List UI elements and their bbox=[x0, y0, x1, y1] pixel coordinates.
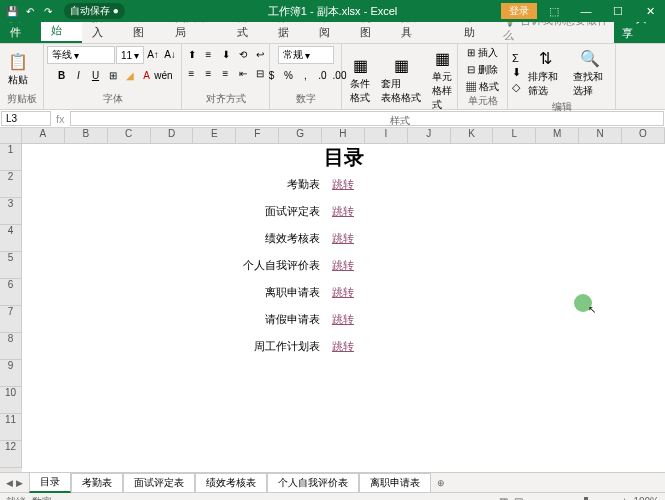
col-header[interactable]: G bbox=[279, 128, 322, 143]
align-bottom-icon[interactable]: ⬇ bbox=[218, 46, 234, 62]
col-header[interactable]: A bbox=[22, 128, 65, 143]
clear-icon[interactable]: ◇ bbox=[512, 81, 521, 94]
ribbon-options-icon[interactable]: ⬚ bbox=[539, 0, 569, 22]
border-icon[interactable]: ⊞ bbox=[105, 67, 121, 83]
row-header[interactable]: 2 bbox=[0, 171, 22, 198]
sheet-tab[interactable]: 目录 bbox=[29, 472, 71, 493]
wrap-text-icon[interactable]: ↩ bbox=[252, 46, 268, 62]
row-header[interactable]: 8 bbox=[0, 333, 22, 360]
zoom-out-icon[interactable]: − bbox=[544, 496, 550, 500]
new-sheet-icon[interactable]: ⊕ bbox=[431, 478, 451, 488]
toc-item-link[interactable]: 跳转 bbox=[332, 177, 382, 192]
maximize-icon[interactable]: ☐ bbox=[603, 0, 633, 22]
font-name[interactable]: 等线 ▾ bbox=[47, 46, 115, 64]
view-break-icon[interactable]: ▭ bbox=[529, 496, 538, 500]
col-header[interactable]: H bbox=[322, 128, 365, 143]
toc-item-link[interactable]: 跳转 bbox=[332, 312, 382, 327]
col-header[interactable]: O bbox=[622, 128, 665, 143]
row-header[interactable]: 11 bbox=[0, 414, 22, 441]
fill-icon[interactable]: ⬇ bbox=[512, 66, 521, 79]
percent-icon[interactable]: % bbox=[281, 67, 297, 83]
row-headers: 1 2 3 4 5 6 7 8 9 10 11 12 bbox=[0, 144, 22, 472]
inc-decimal-icon[interactable]: .0 bbox=[315, 67, 331, 83]
autosave-toggle[interactable]: 自动保存 ● bbox=[64, 3, 125, 19]
worksheet-grid[interactable]: 1 2 3 4 5 6 7 8 9 10 11 12 目录 考勤表跳转 面试评定… bbox=[0, 144, 665, 472]
row-header[interactable]: 5 bbox=[0, 252, 22, 279]
col-header[interactable]: D bbox=[151, 128, 194, 143]
row-header[interactable]: 3 bbox=[0, 198, 22, 225]
col-header[interactable]: E bbox=[193, 128, 236, 143]
align-top-icon[interactable]: ⬆ bbox=[184, 46, 200, 62]
toc-item-link[interactable]: 跳转 bbox=[332, 258, 382, 273]
autosum-icon[interactable]: Σ bbox=[512, 52, 521, 64]
row-header[interactable]: 12 bbox=[0, 441, 22, 468]
minimize-icon[interactable]: — bbox=[571, 0, 601, 22]
orientation-icon[interactable]: ⟲ bbox=[235, 46, 251, 62]
row-header[interactable]: 1 bbox=[0, 144, 22, 171]
sheet-nav[interactable]: ◀ ▶ bbox=[0, 478, 29, 488]
col-header[interactable]: K bbox=[451, 128, 494, 143]
zoom-level[interactable]: 100% bbox=[633, 496, 659, 500]
view-normal-icon[interactable]: ▦ bbox=[499, 496, 508, 500]
underline-icon[interactable]: U bbox=[88, 67, 104, 83]
italic-icon[interactable]: I bbox=[71, 67, 87, 83]
table-format-button[interactable]: ▦套用 表格格式 bbox=[377, 53, 425, 107]
align-left-icon[interactable]: ≡ bbox=[184, 65, 200, 81]
sheet-tab[interactable]: 绩效考核表 bbox=[195, 473, 267, 492]
cell-styles-button[interactable]: ▦单元格样式 bbox=[428, 46, 456, 114]
select-all[interactable] bbox=[0, 128, 22, 143]
insert-cells-button[interactable]: ⊞ 插入 bbox=[467, 46, 498, 60]
align-right-icon[interactable]: ≡ bbox=[218, 65, 234, 81]
undo-icon[interactable]: ↶ bbox=[22, 3, 38, 19]
font-size[interactable]: 11 ▾ bbox=[116, 46, 144, 64]
sheet-tab[interactable]: 面试评定表 bbox=[123, 473, 195, 492]
toc-item-link[interactable]: 跳转 bbox=[332, 231, 382, 246]
indent-dec-icon[interactable]: ⇤ bbox=[235, 65, 251, 81]
col-header[interactable]: L bbox=[493, 128, 536, 143]
col-header[interactable]: C bbox=[108, 128, 151, 143]
col-header[interactable]: F bbox=[236, 128, 279, 143]
col-header[interactable]: M bbox=[536, 128, 579, 143]
sheet-tab[interactable]: 考勤表 bbox=[71, 473, 123, 492]
formula-input[interactable] bbox=[70, 111, 664, 126]
name-box[interactable]: L3 bbox=[1, 111, 51, 126]
col-header[interactable]: B bbox=[65, 128, 108, 143]
format-cells-button[interactable]: ▦ 格式 bbox=[466, 80, 499, 94]
align-center-icon[interactable]: ≡ bbox=[201, 65, 217, 81]
row-header[interactable]: 4 bbox=[0, 225, 22, 252]
login-button[interactable]: 登录 bbox=[501, 3, 537, 19]
phonetic-icon[interactable]: wén bbox=[156, 67, 172, 83]
number-format[interactable]: 常规 ▾ bbox=[278, 46, 334, 64]
row-header[interactable]: 7 bbox=[0, 306, 22, 333]
col-header[interactable]: J bbox=[408, 128, 451, 143]
toc-item-link[interactable]: 跳转 bbox=[332, 204, 382, 219]
toc-item-link[interactable]: 跳转 bbox=[332, 339, 382, 354]
row-header[interactable]: 10 bbox=[0, 387, 22, 414]
comma-icon[interactable]: , bbox=[298, 67, 314, 83]
row-header[interactable]: 9 bbox=[0, 360, 22, 387]
bold-icon[interactable]: B bbox=[54, 67, 70, 83]
paste-button[interactable]: 📋粘贴 bbox=[4, 49, 32, 89]
conditional-format-button[interactable]: ▦条件格式 bbox=[346, 53, 374, 107]
close-icon[interactable]: ✕ bbox=[635, 0, 665, 22]
grow-font-icon[interactable]: A↑ bbox=[145, 46, 161, 62]
sheet-tab[interactable]: 个人自我评价表 bbox=[267, 473, 359, 492]
find-select-button[interactable]: 🔍查找和选择 bbox=[569, 46, 611, 100]
view-page-icon[interactable]: ▤ bbox=[514, 496, 523, 500]
sheet-tab[interactable]: 离职申请表 bbox=[359, 473, 431, 492]
sort-filter-button[interactable]: ⇅排序和筛选 bbox=[524, 46, 566, 100]
fill-color-icon[interactable]: ◢ bbox=[122, 67, 138, 83]
toc-item-link[interactable]: 跳转 bbox=[332, 285, 382, 300]
col-header[interactable]: I bbox=[365, 128, 408, 143]
zoom-in-icon[interactable]: + bbox=[622, 496, 628, 500]
save-icon[interactable]: 💾 bbox=[4, 3, 20, 19]
fx-icon[interactable]: fx bbox=[52, 113, 69, 125]
row-header[interactable]: 6 bbox=[0, 279, 22, 306]
delete-cells-button[interactable]: ⊟ 删除 bbox=[467, 63, 498, 77]
font-color-icon[interactable]: A bbox=[139, 67, 155, 83]
align-middle-icon[interactable]: ≡ bbox=[201, 46, 217, 62]
col-header[interactable]: N bbox=[579, 128, 622, 143]
shrink-font-icon[interactable]: A↓ bbox=[162, 46, 178, 62]
currency-icon[interactable]: $ bbox=[264, 67, 280, 83]
redo-icon[interactable]: ↷ bbox=[40, 3, 56, 19]
